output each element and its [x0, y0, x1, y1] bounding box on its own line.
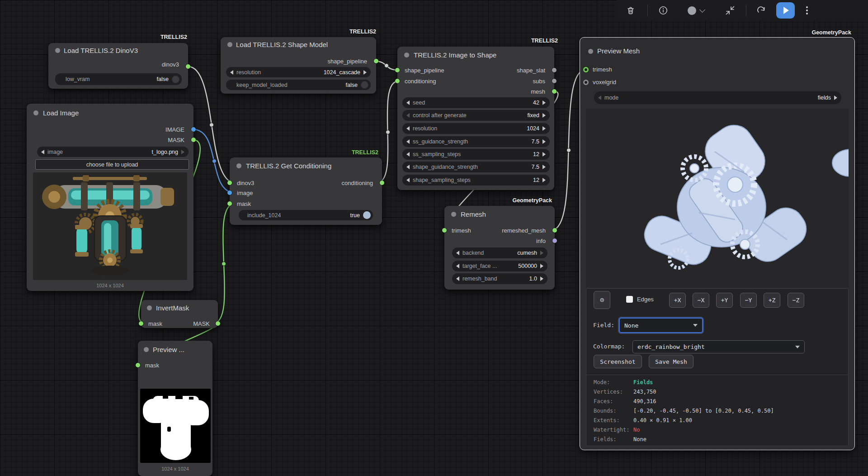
node-header[interactable]: Load TRELLIS.2 Shape Model: [221, 37, 376, 51]
widget-backend[interactable]: backend cumesh: [452, 248, 547, 258]
decrement-arrow-icon[interactable]: [456, 251, 459, 255]
widget-control-after-generate[interactable]: control after generate fixed: [402, 110, 550, 121]
toggle-knob[interactable]: [363, 211, 371, 219]
widget-keep-model-loaded[interactable]: keep_model_loaded false: [226, 80, 371, 90]
view-plus-y-button[interactable]: +Y: [716, 293, 733, 308]
edges-checkbox[interactable]: [626, 296, 633, 303]
input-slot-dot[interactable]: [442, 228, 447, 233]
output-slot-dot[interactable]: [191, 138, 196, 142]
increment-arrow-icon[interactable]: [181, 150, 184, 154]
widget-resolution[interactable]: resolution 1024: [402, 123, 550, 134]
node-load-dinov3[interactable]: TRELLIS2 Load TRELLIS.2 DinoV3 dinov3 lo…: [48, 43, 188, 89]
wire-midpoint-dot[interactable]: [210, 123, 214, 127]
field-select[interactable]: None: [619, 318, 703, 333]
wire-midpoint-dot[interactable]: [222, 262, 226, 266]
widget-ss-sampling-steps[interactable]: ss_sampling_steps 12: [402, 149, 550, 160]
view-plus-x-button[interactable]: +X: [669, 293, 686, 308]
info-button[interactable]: [658, 0, 668, 21]
output-slot-dot[interactable]: [552, 79, 557, 83]
output-slot-dot[interactable]: [216, 321, 220, 326]
output-slot-dot[interactable]: [374, 59, 378, 63]
node-header[interactable]: TRELLIS.2 Image to Shape: [397, 47, 554, 60]
output-slot-dot[interactable]: [191, 127, 196, 132]
wire-midpoint-dot[interactable]: [386, 130, 390, 134]
increment-arrow-icon[interactable]: [542, 165, 546, 169]
increment-arrow-icon[interactable]: [363, 70, 367, 75]
increment-arrow-icon[interactable]: [542, 152, 546, 157]
decrement-arrow-icon[interactable]: [406, 152, 410, 157]
increment-arrow-icon[interactable]: [542, 100, 546, 105]
widget-low-vram[interactable]: low_vram false: [55, 73, 182, 85]
increment-arrow-icon[interactable]: [540, 251, 543, 255]
output-slot-dot[interactable]: [552, 228, 557, 233]
node-load-shape-model[interactable]: TRELLIS2 Load TRELLIS.2 Shape Model shap…: [221, 37, 376, 94]
decrement-arrow-icon[interactable]: [406, 178, 410, 182]
toggle-knob[interactable]: [172, 76, 179, 83]
widget-image-file[interactable]: image t_logo.png: [37, 147, 189, 157]
input-slot-dot[interactable]: [139, 321, 143, 326]
output-slot-dot[interactable]: [552, 238, 557, 243]
increment-arrow-icon[interactable]: [542, 113, 546, 118]
increment-arrow-icon[interactable]: [542, 139, 546, 144]
delete-button[interactable]: [626, 0, 635, 21]
redo-button[interactable]: [756, 0, 766, 21]
widget-target-face-count[interactable]: target_face ... 500000: [452, 261, 547, 271]
decrement-arrow-icon[interactable]: [41, 150, 44, 154]
input-slot-dot[interactable]: [227, 190, 232, 195]
node-get-conditioning[interactable]: TRELLIS2 TRELLIS.2 Get Conditioning dino…: [230, 157, 382, 225]
node-preview-mesh[interactable]: GeometryPack Preview Mesh trimesh voxelg…: [580, 38, 854, 450]
node-header[interactable]: Load Image: [27, 104, 193, 117]
wire-midpoint-dot[interactable]: [212, 159, 217, 163]
increment-arrow-icon[interactable]: [834, 95, 837, 100]
choose-file-button[interactable]: choose file to upload: [35, 159, 189, 170]
decrement-arrow-icon[interactable]: [456, 264, 459, 268]
input-slot-dot[interactable]: [395, 68, 400, 72]
output-slot-dot[interactable]: [186, 64, 190, 69]
node-header[interactable]: Load TRELLIS.2 DinoV3: [48, 43, 188, 57]
output-slot-dot[interactable]: [380, 181, 384, 185]
widget-seed[interactable]: seed 42: [402, 97, 550, 108]
decrement-arrow-icon[interactable]: [406, 165, 410, 169]
widget-mode[interactable]: mode fields: [594, 91, 841, 104]
more-options-button[interactable]: [806, 0, 808, 21]
run-workflow-button[interactable]: [776, 2, 795, 19]
toggle-knob[interactable]: [361, 81, 368, 89]
status-dropdown[interactable]: [700, 0, 704, 21]
view-minus-z-button[interactable]: −Z: [788, 293, 804, 308]
input-slot-dot[interactable]: [227, 201, 232, 206]
mesh-viewport[interactable]: [586, 109, 849, 288]
decrement-arrow-icon[interactable]: [406, 126, 410, 131]
decrement-arrow-icon[interactable]: [230, 70, 233, 75]
input-slot-dot[interactable]: [583, 80, 589, 85]
wire-midpoint-dot[interactable]: [567, 148, 571, 152]
node-graph-canvas[interactable]: TRELLIS2 Load TRELLIS.2 DinoV3 dinov3 lo…: [0, 0, 868, 476]
mask-preview[interactable]: [140, 389, 211, 463]
output-slot-dot[interactable]: [552, 89, 557, 94]
decrement-arrow-icon[interactable]: [406, 139, 410, 144]
increment-arrow-icon[interactable]: [542, 178, 546, 182]
node-load-image[interactable]: Load Image IMAGE MASK image t_logo.png c…: [27, 104, 193, 291]
colormap-select[interactable]: erdc_rainbow_bright: [632, 340, 805, 353]
view-minus-x-button[interactable]: −X: [693, 293, 709, 308]
increment-arrow-icon[interactable]: [542, 126, 546, 131]
decrement-arrow-icon[interactable]: [598, 95, 601, 100]
view-minus-y-button[interactable]: −Y: [740, 293, 757, 308]
widget-include-1024[interactable]: include_1024 true: [239, 210, 373, 220]
wire-midpoint-dot[interactable]: [385, 64, 389, 68]
screenshot-button[interactable]: Screenshot: [594, 355, 642, 368]
output-slot-dot[interactable]: [552, 68, 557, 72]
node-header[interactable]: Preview Mesh: [580, 38, 854, 51]
widget-shape-sampling-steps[interactable]: shape_sampling_steps 12: [402, 175, 550, 186]
decrement-arrow-icon[interactable]: [456, 276, 459, 281]
widget-shape-guidance-strength[interactable]: shape_guidance_strength 7.5: [402, 162, 550, 172]
input-slot-dot[interactable]: [227, 181, 232, 185]
node-preview-mask[interactable]: Preview ... mask: [138, 341, 212, 476]
view-plus-z-button[interactable]: +Z: [764, 293, 780, 308]
node-image-to-shape[interactable]: TRELLIS2 TRELLIS.2 Image to Shape shape_…: [397, 47, 554, 190]
view-settings-button[interactable]: ⊙: [594, 291, 610, 309]
increment-arrow-icon[interactable]: [540, 276, 543, 281]
node-remesh[interactable]: GeometryPack Remesh trimesh remeshed_mes…: [444, 206, 555, 290]
increment-arrow-icon[interactable]: [540, 264, 543, 268]
node-invert-mask[interactable]: InvertMask mask MASK: [141, 300, 218, 328]
decrement-arrow-icon[interactable]: [406, 113, 410, 118]
